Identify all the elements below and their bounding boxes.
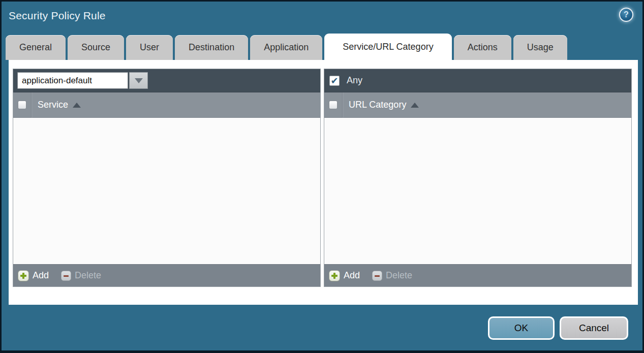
help-icon[interactable]: ? <box>619 8 633 22</box>
security-policy-rule-dialog: Security Policy Rule ? General Source Us… <box>0 0 644 353</box>
service-panel: Service Add Delete <box>13 69 321 287</box>
service-add-button[interactable]: Add <box>18 270 49 281</box>
service-column-header: Service <box>13 92 320 118</box>
service-type-dropdown-input[interactable] <box>17 72 128 89</box>
add-plus-icon <box>329 270 340 281</box>
url-category-add-button[interactable]: Add <box>329 270 360 281</box>
sort-ascending-icon[interactable] <box>411 103 419 108</box>
service-toolbar <box>13 69 320 92</box>
delete-minus-icon <box>61 271 71 281</box>
any-checkbox[interactable]: ✔ <box>329 76 340 86</box>
help-glyph: ? <box>624 10 629 19</box>
dialog-title: Security Policy Rule <box>9 10 106 22</box>
tab-service-url-category[interactable]: Service/URL Category <box>324 34 451 60</box>
cancel-button[interactable]: Cancel <box>560 316 628 340</box>
url-category-column-header: URL Category <box>324 92 631 118</box>
ok-button[interactable]: OK <box>488 316 555 340</box>
column-divider <box>342 92 343 118</box>
tab-source[interactable]: Source <box>68 35 124 60</box>
add-plus-icon <box>18 270 29 281</box>
service-footer-bar: Add Delete <box>13 264 320 286</box>
service-list[interactable] <box>13 118 320 264</box>
column-divider <box>31 92 32 118</box>
url-category-delete-button[interactable]: Delete <box>372 270 412 281</box>
tab-user[interactable]: User <box>126 35 173 60</box>
service-select-all-checkbox[interactable] <box>18 101 26 109</box>
dialog-titlebar: Security Policy Rule ? <box>2 2 642 33</box>
tab-bar: General Source User Destination Applicat… <box>6 34 642 60</box>
url-category-column-label[interactable]: URL Category <box>349 100 406 110</box>
service-type-dropdown-button[interactable] <box>129 72 148 89</box>
tab-general[interactable]: General <box>6 35 66 60</box>
url-category-toolbar: ✔ Any <box>324 69 631 92</box>
service-delete-button[interactable]: Delete <box>61 270 101 281</box>
tab-content-area: Service Add Delete ✔ Any <box>9 60 638 305</box>
chevron-down-icon <box>135 78 143 83</box>
url-category-panel: ✔ Any URL Category Add Delete <box>324 69 632 287</box>
tab-actions[interactable]: Actions <box>454 35 511 60</box>
delete-minus-icon <box>372 271 382 281</box>
tab-destination[interactable]: Destination <box>175 35 248 60</box>
checkmark-icon: ✔ <box>330 76 338 85</box>
tab-application[interactable]: Application <box>250 35 322 60</box>
service-column-label[interactable]: Service <box>38 100 68 110</box>
url-category-select-all-checkbox[interactable] <box>329 101 338 109</box>
any-label: Any <box>347 75 362 86</box>
url-category-footer-bar: Add Delete <box>324 264 631 286</box>
sort-ascending-icon[interactable] <box>73 103 81 108</box>
url-category-list[interactable] <box>324 118 631 264</box>
tab-usage[interactable]: Usage <box>513 35 567 60</box>
